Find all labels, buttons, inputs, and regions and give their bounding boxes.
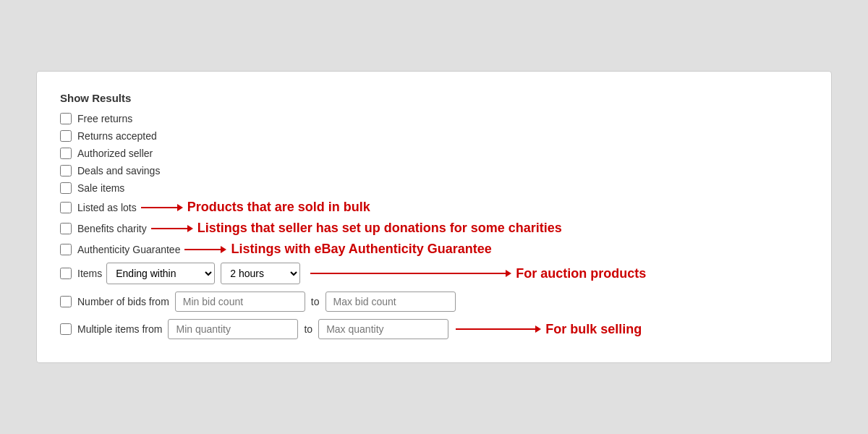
listed-lots-row: Listed as lots Products that are sold in… bbox=[60, 200, 808, 215]
returns-accepted-row: Returns accepted bbox=[60, 130, 808, 142]
svg-marker-3 bbox=[187, 225, 193, 232]
sale-items-row: Sale items bbox=[60, 182, 808, 194]
section-title: Show Results bbox=[60, 92, 808, 104]
auction-annotation: For auction products bbox=[309, 266, 646, 281]
listed-lots-label: Listed as lots bbox=[77, 202, 137, 213]
svg-marker-5 bbox=[221, 246, 226, 253]
hours-select[interactable]: 2 hours 4 hours 8 hours 12 hours 1 day 3… bbox=[221, 263, 300, 284]
deals-savings-label: Deals and savings bbox=[77, 165, 160, 176]
listed-lots-checkbox[interactable] bbox=[60, 202, 72, 213]
max-bid-input[interactable] bbox=[326, 292, 456, 312]
bid-count-row: Number of bids from to bbox=[60, 292, 808, 312]
items-label: Items bbox=[77, 268, 102, 279]
returns-accepted-checkbox[interactable] bbox=[60, 130, 72, 142]
svg-marker-1 bbox=[177, 204, 183, 211]
sale-items-checkbox[interactable] bbox=[60, 182, 72, 194]
bids-checkbox[interactable] bbox=[60, 296, 72, 307]
arrow-icon-charity bbox=[150, 222, 193, 235]
benefits-charity-annotation: Listings that seller has set up donation… bbox=[150, 221, 562, 236]
authenticity-annotation: Listings with eBay Authenticity Guarante… bbox=[183, 242, 491, 257]
free-returns-label: Free returns bbox=[77, 113, 132, 124]
items-checkbox[interactable] bbox=[60, 268, 72, 279]
min-quantity-input[interactable] bbox=[168, 319, 298, 339]
deals-savings-row: Deals and savings bbox=[60, 165, 808, 176]
benefits-charity-label: Benefits charity bbox=[77, 223, 147, 234]
free-returns-row: Free returns bbox=[60, 113, 808, 124]
long-arrow-auction bbox=[309, 267, 511, 280]
authenticity-guarantee-checkbox[interactable] bbox=[60, 244, 72, 255]
ending-within-select[interactable]: Ending within bbox=[106, 263, 215, 284]
arrow-icon-auth bbox=[183, 243, 226, 256]
sale-items-label: Sale items bbox=[77, 182, 124, 194]
authorized-seller-row: Authorized seller bbox=[60, 148, 808, 159]
free-returns-checkbox[interactable] bbox=[60, 113, 72, 124]
bulk-annotation: For bulk selling bbox=[454, 322, 642, 337]
multi-items-checkbox[interactable] bbox=[60, 323, 72, 335]
items-ending-row: Items Ending within 2 hours 4 hours 8 ho… bbox=[60, 263, 808, 284]
min-bid-input[interactable] bbox=[175, 292, 305, 312]
multi-items-row: Multiple items from to For bulk selling bbox=[60, 319, 808, 339]
listed-lots-annotation: Products that are sold in bulk bbox=[140, 200, 370, 215]
authenticity-guarantee-label: Authenticity Guarantee bbox=[77, 244, 180, 255]
multi-to-label: to bbox=[304, 323, 312, 335]
deals-savings-checkbox[interactable] bbox=[60, 165, 72, 176]
svg-marker-9 bbox=[535, 326, 541, 333]
returns-accepted-label: Returns accepted bbox=[77, 130, 157, 142]
svg-marker-7 bbox=[506, 270, 511, 277]
filter-panel: Show Results Free returns Returns accept… bbox=[36, 71, 832, 363]
max-quantity-input[interactable] bbox=[318, 319, 448, 339]
long-arrow-bulk bbox=[454, 323, 541, 336]
multi-items-label: Multiple items from bbox=[77, 323, 162, 335]
arrow-icon bbox=[140, 201, 183, 214]
benefits-charity-checkbox[interactable] bbox=[60, 223, 72, 234]
benefits-charity-row: Benefits charity Listings that seller ha… bbox=[60, 221, 808, 236]
authorized-seller-checkbox[interactable] bbox=[60, 148, 72, 159]
bid-to-label: to bbox=[311, 296, 320, 307]
authenticity-guarantee-row: Authenticity Guarantee Listings with eBa… bbox=[60, 242, 808, 257]
authorized-seller-label: Authorized seller bbox=[77, 148, 153, 159]
bids-label: Number of bids from bbox=[77, 296, 169, 307]
